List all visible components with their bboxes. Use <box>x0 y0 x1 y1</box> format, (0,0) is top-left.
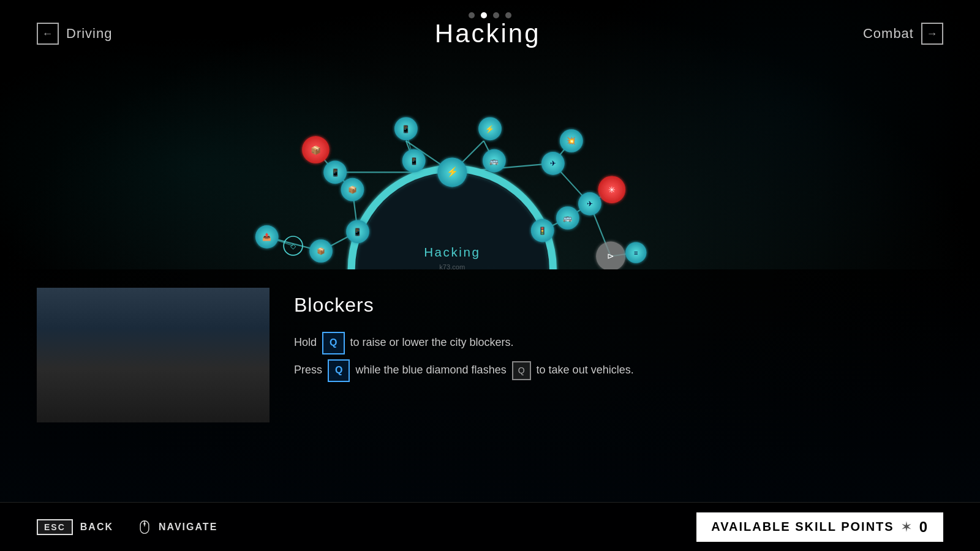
esc-key: ESC <box>37 519 73 535</box>
next-arrow-icon: → <box>921 23 943 45</box>
press-suffix: to take out vehicles. <box>537 364 634 376</box>
navigate-control[interactable]: NAVIGATE <box>138 520 217 534</box>
svg-text:⊳: ⊳ <box>607 252 614 261</box>
skill-points-value: 0 <box>919 519 929 536</box>
press-prefix: Press <box>294 364 322 376</box>
key-q-flash: Q <box>512 361 531 380</box>
svg-text:≡: ≡ <box>634 249 638 257</box>
key-q-press: Q <box>328 359 350 382</box>
prev-label: Driving <box>66 26 112 42</box>
skill-preview-image <box>37 288 270 422</box>
svg-text:📱: 📱 <box>353 227 363 236</box>
svg-text:💥: 💥 <box>567 136 576 145</box>
svg-text:⚡: ⚡ <box>447 166 459 178</box>
skill-points-icon: ✶ <box>902 520 912 534</box>
svg-text:📱: 📱 <box>331 168 340 177</box>
skill-tree: Hacking k73.com ⚡ <box>0 49 980 269</box>
next-label: Combat <box>863 26 914 42</box>
skill-points-box: AVAILABLE SKILL POINTS ✶ 0 <box>696 512 943 542</box>
bottom-controls: ESC BACK NAVIGATE <box>37 519 217 535</box>
back-control[interactable]: ESC BACK <box>37 519 113 535</box>
mouse-icon <box>138 520 151 534</box>
hold-suffix: to raise or lower the city blockers. <box>350 336 514 348</box>
skill-desc-press: Press Q while the blue diamond flashes Q… <box>294 359 943 382</box>
back-label: BACK <box>80 522 113 533</box>
prev-nav[interactable]: ← Driving <box>37 23 112 45</box>
svg-text:📦: 📦 <box>348 185 357 194</box>
skill-info: Blockers Hold Q to raise or lower the ci… <box>294 288 943 382</box>
bottom-bar: ESC BACK NAVIGATE AVAILABLE SKILL POINTS… <box>0 502 980 551</box>
street-scene <box>37 288 270 422</box>
svg-text:✈: ✈ <box>550 159 556 168</box>
svg-text:Hacking: Hacking <box>424 245 480 259</box>
prev-arrow-icon: ← <box>37 23 59 45</box>
svg-text:🚌: 🚌 <box>563 213 572 222</box>
svg-text:⚡: ⚡ <box>486 124 495 133</box>
skill-desc-hold: Hold Q to raise or lower the city blocke… <box>294 332 943 354</box>
svg-text:📱: 📱 <box>401 124 410 133</box>
svg-text:📦: 📦 <box>311 145 322 156</box>
svg-text:🚦: 🚦 <box>538 226 547 235</box>
svg-text:k73.com: k73.com <box>439 263 465 269</box>
svg-text:🚌: 🚌 <box>489 156 499 165</box>
skill-points-label: AVAILABLE SKILL POINTS <box>711 520 894 534</box>
skill-name: Blockers <box>294 294 943 317</box>
svg-text:📦: 📦 <box>317 247 325 255</box>
next-nav[interactable]: Combat → <box>863 23 943 45</box>
svg-text:📤: 📤 <box>262 232 271 241</box>
skill-tree-svg: Hacking k73.com ⚡ <box>0 49 980 269</box>
press-mid: while the blue diamond flashes <box>356 364 507 376</box>
page-title: Hacking <box>435 19 541 48</box>
hold-prefix: Hold <box>294 336 317 348</box>
street-background <box>37 288 270 422</box>
svg-text:📱: 📱 <box>410 157 418 165</box>
svg-point-98 <box>143 522 145 524</box>
key-q-hold: Q <box>322 332 344 354</box>
svg-text:✳: ✳ <box>608 186 616 195</box>
svg-text:◇: ◇ <box>290 242 296 250</box>
svg-text:✈: ✈ <box>587 200 593 208</box>
top-navigation: ← Driving Hacking Combat → <box>0 0 980 67</box>
navigate-label: NAVIGATE <box>159 522 217 533</box>
